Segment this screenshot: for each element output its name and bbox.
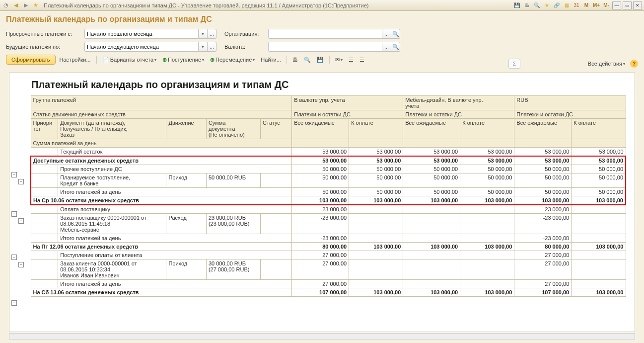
save-icon[interactable]: 💾 xyxy=(512,1,521,9)
preview-button[interactable]: 🔍 xyxy=(302,56,313,64)
org-search-icon[interactable]: 🔍 xyxy=(391,29,400,39)
cell: 50 000,00 xyxy=(292,165,349,173)
cell: 50 000,00 xyxy=(349,165,403,173)
cell: 53 000,00 xyxy=(403,156,460,165)
star-icon[interactable]: ★ xyxy=(542,1,551,9)
cell: 103 000,00 xyxy=(403,196,460,205)
overdue-dropdown[interactable]: ▼ xyxy=(199,29,208,39)
all-actions-label: Все действия xyxy=(588,61,622,67)
col-pay2: К оплате xyxy=(460,119,514,139)
cell: 50 000,00 xyxy=(460,165,514,173)
cell: 103 000,00 xyxy=(292,196,349,205)
mail-button[interactable]: ✉▾ xyxy=(333,56,345,64)
org-more[interactable]: ... xyxy=(382,29,391,39)
cell: 53 000,00 xyxy=(292,156,349,165)
cell-sum: 50 000,00 RUB xyxy=(206,173,260,188)
back-icon[interactable]: ◀ xyxy=(12,1,20,9)
sigma-button[interactable]: Σ xyxy=(508,59,520,69)
future-label: Будущие платежи по: xyxy=(6,44,80,50)
cell: 103 000,00 xyxy=(460,196,514,205)
cell: 50 000,00 xyxy=(514,188,572,196)
window-title: Платежный календарь по организациям и ти… xyxy=(44,2,510,8)
doc-icon: 📄 xyxy=(102,57,109,63)
cell: 50 000,00 xyxy=(292,173,349,188)
form-button[interactable]: Сформировать xyxy=(6,55,56,65)
row-planned: Планируемое поступление, Кредит в банке xyxy=(58,173,166,188)
report-area: Платежный календарь по организациям и ти… xyxy=(9,73,635,332)
separator xyxy=(286,56,287,64)
cell: 103 000,00 xyxy=(403,243,460,251)
restore-button[interactable]: ▭ xyxy=(623,1,632,9)
future-input[interactable] xyxy=(84,42,199,52)
expander[interactable]: − xyxy=(18,262,24,267)
tree2-button[interactable]: ☰ xyxy=(358,56,366,64)
cell-prihod: Приход xyxy=(166,173,206,188)
help-icon[interactable]: ? xyxy=(630,60,638,68)
close-button[interactable]: ✕ xyxy=(633,1,642,9)
expander[interactable]: − xyxy=(11,172,17,177)
mminus-btn[interactable]: M- xyxy=(602,1,611,9)
cell: -23 000,00 xyxy=(292,214,349,234)
cell: 27 000,00 xyxy=(514,251,572,259)
m-btn[interactable]: M xyxy=(582,1,591,9)
future-dropdown[interactable]: ▼ xyxy=(199,42,208,52)
cell: 53 000,00 xyxy=(514,148,572,157)
cell: -23 000,00 xyxy=(292,234,349,243)
expander[interactable]: − xyxy=(11,211,17,217)
expander[interactable]: − xyxy=(11,300,17,306)
row-sumday: Сумма платежей за день xyxy=(31,139,292,148)
income-button[interactable]: ⊕Поступление▾ xyxy=(160,56,206,64)
cell: 53 000,00 xyxy=(292,148,349,157)
plus-icon: ⊕ xyxy=(210,57,215,63)
row-fri: На Пт 12.06 остатки денежных средств xyxy=(31,243,292,251)
cell: -23 000,00 xyxy=(514,234,572,243)
col-article: Статья движения денежных средств xyxy=(31,110,292,119)
save-button[interactable]: 💾 xyxy=(315,56,326,64)
future-more[interactable]: ... xyxy=(208,42,216,52)
currency-more[interactable]: ... xyxy=(382,42,391,52)
expander[interactable]: − xyxy=(18,179,24,184)
currency-search-icon[interactable]: 🔍 xyxy=(391,42,400,52)
move-button[interactable]: ⊕Перемещение▾ xyxy=(208,56,257,64)
variants-label: Варианты отчета xyxy=(110,57,153,63)
currency-combo: ... 🔍 xyxy=(268,42,400,52)
favorite-icon[interactable]: ★ xyxy=(32,1,40,9)
find-button[interactable]: Найти... xyxy=(259,56,283,64)
expander[interactable]: − xyxy=(11,255,17,260)
cell: 27 000,00 xyxy=(292,280,349,288)
tree-button[interactable]: ☰ xyxy=(347,56,356,64)
filter-row-2: Будущие платежи по: ▼ ... Валюта: ... 🔍 xyxy=(6,42,638,52)
print-button[interactable]: 🖶 xyxy=(290,56,300,64)
calendar-icon[interactable]: 31 xyxy=(572,1,581,9)
row-total-day3: Итого платежей за день xyxy=(58,280,292,288)
currency-input[interactable] xyxy=(268,42,382,52)
minimize-button[interactable]: — xyxy=(612,1,621,9)
settings-button[interactable]: Настройки... xyxy=(58,56,93,64)
expander[interactable]: − xyxy=(18,218,24,224)
overdue-input[interactable] xyxy=(84,29,199,39)
preview-icon[interactable]: 🔍 xyxy=(532,1,541,9)
overdue-more[interactable]: ... xyxy=(208,29,216,39)
row-available: Доступные остатки денежных средств xyxy=(31,156,292,165)
currency-label: Валюта: xyxy=(224,44,264,50)
org-input[interactable] xyxy=(268,29,382,39)
cell: 53 000,00 xyxy=(572,148,626,157)
all-actions-button[interactable]: Все действия▾ xyxy=(586,60,627,68)
mplus-btn[interactable]: M+ xyxy=(592,1,601,9)
link-icon[interactable]: 🔗 xyxy=(552,1,561,9)
cell: 50 000,00 xyxy=(514,165,572,173)
cell: 80 000,00 xyxy=(292,243,349,251)
horizontal-scrollbar[interactable] xyxy=(9,333,635,340)
cell: 103 000,00 xyxy=(514,196,572,205)
cell: -23 000,00 xyxy=(292,205,349,214)
col-all1: Все ожидаемые xyxy=(292,119,349,139)
variants-button[interactable]: 📄Варианты отчета▾ xyxy=(100,56,158,64)
income-label: Поступление xyxy=(168,57,201,63)
print-icon[interactable]: 🖶 xyxy=(522,1,531,9)
page-title: Платежный календарь по организациям и ти… xyxy=(6,15,638,24)
col-sub3: Платежи и остатки ДС xyxy=(514,110,626,119)
row-current: Текущий остаток xyxy=(58,148,292,157)
cell: 107 000,00 xyxy=(292,288,349,297)
calc-icon[interactable]: ▦ xyxy=(562,1,571,9)
forward-icon[interactable]: ▶ xyxy=(22,1,30,9)
